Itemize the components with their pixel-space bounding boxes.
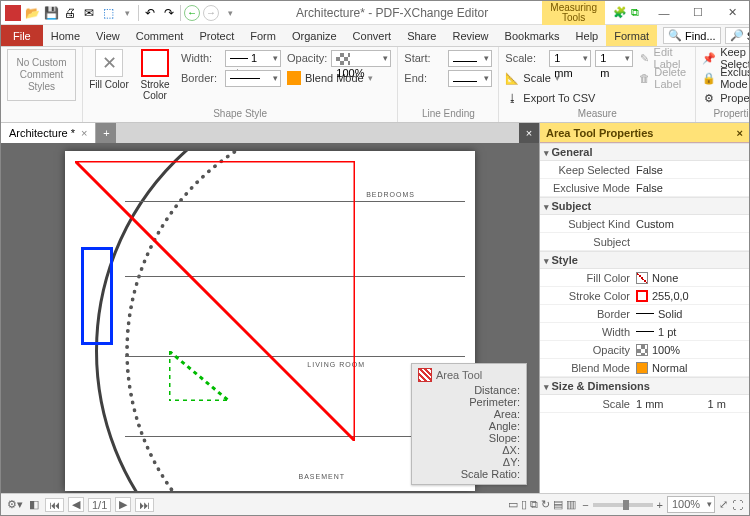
close-button[interactable]: ✕: [715, 1, 749, 25]
menu-help[interactable]: Help: [568, 25, 607, 46]
menu-format[interactable]: Format: [606, 25, 657, 46]
redo-icon[interactable]: ↷: [161, 5, 177, 21]
file-menu[interactable]: File: [1, 25, 43, 46]
prop-row[interactable]: Subject KindCustom: [540, 215, 749, 233]
end-label: End:: [404, 72, 444, 84]
layout-icons[interactable]: ▭ ▯ ⧉ ↻ ▤ ▥: [508, 498, 576, 511]
menu-bookmarks[interactable]: Bookmarks: [497, 25, 568, 46]
square-icon: [141, 49, 169, 77]
ruler-icon: 📐: [505, 71, 519, 85]
options-icon[interactable]: ⚙▾: [7, 498, 23, 511]
room-label: BASEMENT: [298, 473, 345, 480]
group-label-shape: Shape Style: [89, 108, 391, 122]
menu-review[interactable]: Review: [444, 25, 496, 46]
sidebar-toggle-icon[interactable]: ◧: [29, 498, 39, 511]
close-icon[interactable]: ×: [81, 127, 87, 139]
prop-row[interactable]: BorderSolid: [540, 305, 749, 323]
menu-home[interactable]: Home: [43, 25, 88, 46]
document-canvas[interactable]: BEDROOMS LIVING ROOM BASEMENT Area Tool …: [1, 143, 539, 493]
launch-app-icon[interactable]: ⧉: [631, 6, 639, 19]
page-navigator[interactable]: ⏮ ◀ 1/1 ▶ ⏭: [45, 497, 154, 512]
menu-comment[interactable]: Comment: [128, 25, 192, 46]
group-label-props: Properties: [702, 108, 750, 122]
menu-convert[interactable]: Convert: [345, 25, 400, 46]
none-swatch: [636, 272, 648, 284]
document-tab[interactable]: Architecture *×: [1, 123, 96, 143]
stroke-color-button[interactable]: Stroke Color: [135, 49, 175, 101]
blue-rect-annotation[interactable]: [81, 247, 113, 345]
prop-row[interactable]: Keep SelectedFalse: [540, 161, 749, 179]
save-icon[interactable]: 💾: [43, 5, 59, 21]
minimize-button[interactable]: —: [647, 1, 681, 25]
qat-dropdown-icon[interactable]: ▾: [119, 5, 135, 21]
prop-row[interactable]: Stroke Color255,0,0: [540, 287, 749, 305]
add-tab-button[interactable]: +: [96, 123, 116, 143]
prop-row[interactable]: Subject: [540, 233, 749, 251]
room-label: BEDROOMS: [366, 191, 415, 198]
scale-button[interactable]: 📐Scale ▾: [505, 71, 560, 85]
close-icon[interactable]: ×: [737, 127, 743, 139]
export-icon: ⭳: [505, 91, 519, 105]
comment-styles-box[interactable]: No Custom Comment Styles: [7, 49, 76, 101]
nav-dropdown-icon[interactable]: ▾: [222, 5, 238, 21]
nav-fwd-icon[interactable]: →: [203, 5, 219, 21]
ui-options-icon[interactable]: 🧩: [613, 6, 627, 19]
line-icon: [636, 313, 654, 314]
contextual-tab-label: Measuring Tools: [542, 1, 605, 25]
first-page-icon[interactable]: ⏮: [45, 498, 64, 512]
prev-page-icon[interactable]: ◀: [68, 497, 84, 512]
properties-button[interactable]: ⚙Properties: [702, 91, 750, 105]
menu-organize[interactable]: Organize: [284, 25, 345, 46]
menu-form[interactable]: Form: [242, 25, 284, 46]
prop-row[interactable]: Width1 pt: [540, 323, 749, 341]
maximize-button[interactable]: ☐: [681, 1, 715, 25]
group-label: [7, 108, 76, 122]
width-combo[interactable]: 1 pt: [225, 50, 281, 67]
section-general[interactable]: General: [540, 143, 749, 161]
line-end-combo[interactable]: [448, 70, 492, 87]
close-pane-button[interactable]: ×: [519, 123, 539, 143]
blend-icon: [636, 362, 648, 374]
scan-icon[interactable]: ⬚: [100, 5, 116, 21]
zoom-fit-icon[interactable]: ⤢: [719, 498, 728, 511]
section-subject[interactable]: Subject: [540, 197, 749, 215]
scale-b-combo[interactable]: 1 m: [595, 50, 633, 67]
prop-row[interactable]: Fill ColorNone: [540, 269, 749, 287]
prop-row[interactable]: Exclusive ModeFalse: [540, 179, 749, 197]
zoom-out-icon[interactable]: −: [582, 499, 588, 511]
properties-pane-header[interactable]: Area Tool Properties×: [540, 123, 749, 143]
page-indicator[interactable]: 1/1: [88, 498, 111, 512]
menu-view[interactable]: View: [88, 25, 128, 46]
search-button[interactable]: 🔎Search...: [725, 27, 750, 44]
checker-icon: [636, 344, 648, 356]
menu-share[interactable]: Share: [399, 25, 444, 46]
last-page-icon[interactable]: ⏭: [135, 498, 154, 512]
section-size[interactable]: Size & Dimensions: [540, 377, 749, 395]
line-start-combo[interactable]: [448, 50, 492, 67]
undo-icon[interactable]: ↶: [142, 5, 158, 21]
app-icon: [5, 5, 21, 21]
fill-color-button[interactable]: ✕ Fill Color: [89, 49, 129, 90]
menu-protect[interactable]: Protect: [191, 25, 242, 46]
zoom-combo[interactable]: 100%: [667, 496, 715, 513]
prop-row[interactable]: Scale1 mm1 m: [540, 395, 749, 413]
zoom-in-icon[interactable]: +: [657, 499, 663, 511]
prop-row[interactable]: Opacity100%: [540, 341, 749, 359]
zoom-slider[interactable]: [593, 503, 653, 507]
next-page-icon[interactable]: ▶: [115, 497, 131, 512]
green-triangle-annotation[interactable]: [169, 351, 229, 401]
scale-a-combo[interactable]: 1 mm: [549, 50, 591, 67]
fullscreen-icon[interactable]: ⛶: [732, 499, 743, 511]
prop-row[interactable]: Blend ModeNormal: [540, 359, 749, 377]
print-icon[interactable]: 🖨: [62, 5, 78, 21]
folder-open-icon[interactable]: 📂: [24, 5, 40, 21]
section-style[interactable]: Style: [540, 251, 749, 269]
mail-icon[interactable]: ✉: [81, 5, 97, 21]
export-csv-button[interactable]: ⭳Export To CSV: [505, 91, 595, 105]
exclusive-mode-button[interactable]: 🔒Exclusive Mode: [702, 66, 750, 90]
nav-back-icon[interactable]: ←: [184, 5, 200, 21]
find-button[interactable]: 🔍Find...: [663, 27, 721, 44]
opacity-combo[interactable]: 100%: [331, 50, 391, 67]
border-combo[interactable]: [225, 70, 281, 87]
gear-icon: ⚙: [702, 91, 716, 105]
